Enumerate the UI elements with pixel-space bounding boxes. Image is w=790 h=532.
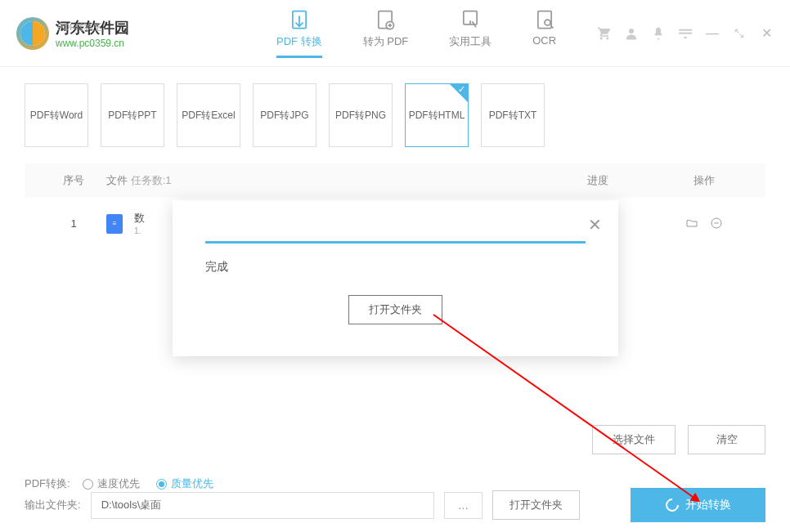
svg-marker-9 <box>683 37 687 39</box>
window-controls: — ✕ <box>597 26 774 41</box>
col-index-header: 序号 <box>41 173 106 188</box>
browse-button[interactable]: … <box>444 492 483 519</box>
logo-icon <box>16 17 49 50</box>
format-pdf-to-html[interactable]: PDF转HTML <box>405 83 469 147</box>
output-path-input[interactable] <box>91 492 434 519</box>
select-file-button[interactable]: 选择文件 <box>592 425 676 454</box>
tab-label: 实用工具 <box>449 34 492 49</box>
tab-utilities[interactable]: 实用工具 <box>449 8 492 58</box>
user-icon[interactable] <box>624 26 639 41</box>
format-pdf-to-txt[interactable]: PDF转TXT <box>481 83 545 147</box>
logo-url: www.pc0359.cn <box>56 38 129 49</box>
svg-point-5 <box>545 20 550 25</box>
open-folder-button[interactable]: 打开文件夹 <box>492 490 580 520</box>
document-add-icon <box>374 8 397 31</box>
logo-area: 河东软件园 www.pc0359.cn PDF转换王 <box>16 17 129 50</box>
menu-icon[interactable] <box>678 26 693 41</box>
minimize-icon[interactable]: — <box>705 26 720 41</box>
file-icon: ≡ <box>106 214 123 234</box>
bell-icon[interactable] <box>651 26 666 41</box>
format-tiles: PDF转Word PDF转PPT PDF转Excel PDF转JPG PDF转P… <box>0 67 790 163</box>
modal-status-text: 完成 <box>205 260 586 275</box>
document-convert-icon <box>288 8 311 31</box>
table-header: 序号 文件 任务数:1 进度 操作 <box>25 163 765 198</box>
clear-button[interactable]: 清空 <box>688 425 765 454</box>
format-pdf-to-excel[interactable]: PDF转Excel <box>177 83 240 147</box>
app-name-overlay: PDF转换王 <box>57 21 102 34</box>
tab-convert-to-pdf[interactable]: 转为 PDF <box>363 8 409 58</box>
close-icon[interactable]: ✕ <box>588 215 602 235</box>
col-action-header: 操作 <box>659 173 749 188</box>
svg-rect-7 <box>679 29 692 30</box>
document-hand-icon <box>459 8 482 31</box>
col-progress-header: 进度 <box>536 173 659 188</box>
output-folder-label: 输出文件夹: <box>25 498 81 512</box>
remove-icon[interactable] <box>710 217 723 230</box>
completion-modal: ✕ 完成 打开文件夹 <box>173 200 618 356</box>
format-pdf-to-jpg[interactable]: PDF转JPG <box>253 83 316 147</box>
document-search-icon <box>533 8 556 31</box>
open-folder-button[interactable]: 打开文件夹 <box>348 295 442 324</box>
tab-ocr[interactable]: OCR <box>532 8 556 58</box>
tab-label: 转为 PDF <box>363 34 409 49</box>
folder-open-icon[interactable] <box>685 217 698 230</box>
tab-pdf-convert[interactable]: PDF 转换 <box>276 8 322 58</box>
tab-label: PDF 转换 <box>276 34 322 49</box>
format-pdf-to-word[interactable]: PDF转Word <box>25 83 88 147</box>
format-pdf-to-ppt[interactable]: PDF转PPT <box>101 83 164 147</box>
list-action-buttons: 选择文件 清空 <box>592 425 765 454</box>
header: 河东软件园 www.pc0359.cn PDF转换王 PDF 转换 转为 PDF… <box>0 0 790 67</box>
col-file-header: 文件 任务数:1 <box>106 173 536 188</box>
tab-label: OCR <box>532 34 556 47</box>
nav-tabs: PDF 转换 转为 PDF 实用工具 OCR <box>276 8 556 58</box>
cart-icon[interactable] <box>597 26 612 41</box>
format-pdf-to-png[interactable]: PDF转PNG <box>329 83 393 147</box>
modal-progress-bar <box>205 241 586 244</box>
refresh-icon <box>662 496 681 515</box>
svg-rect-8 <box>679 32 692 34</box>
close-icon[interactable]: ✕ <box>759 26 774 41</box>
row-actions <box>659 217 749 230</box>
svg-point-6 <box>629 29 634 34</box>
row-index: 1 <box>41 217 106 230</box>
maximize-icon[interactable] <box>732 26 747 41</box>
start-convert-button[interactable]: 开始转换 <box>631 488 765 522</box>
output-path-bar: 输出文件夹: … 打开文件夹 开始转换 <box>25 488 765 522</box>
